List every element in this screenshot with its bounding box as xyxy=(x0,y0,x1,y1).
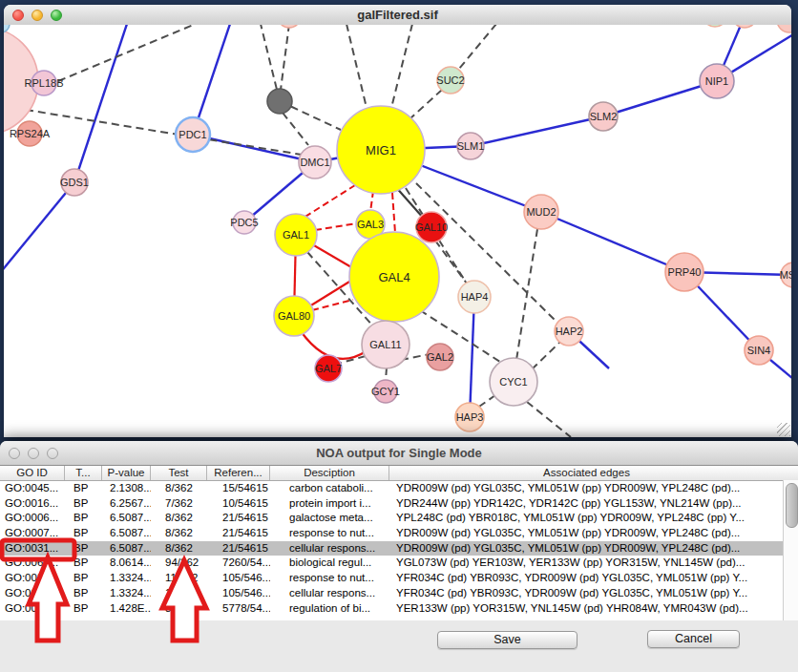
table-cell: cellular respons... xyxy=(270,586,389,601)
node-PDC5[interactable] xyxy=(233,211,256,234)
table-cell: 21/54615 xyxy=(207,526,270,541)
graph-edge xyxy=(301,331,368,359)
node-GDS1[interactable] xyxy=(61,169,88,196)
table-cell: BP xyxy=(65,481,102,496)
node-gray-node[interactable] xyxy=(267,89,292,114)
table-cell: 6.5087... xyxy=(102,541,151,556)
node-GAL4[interactable] xyxy=(349,232,439,322)
noa-titlebar[interactable]: NOA output for Single Mode xyxy=(0,441,798,466)
table-cell: carbon cataboli... xyxy=(270,481,389,496)
graph-edge xyxy=(283,113,308,145)
table-row[interactable]: GO:0016...BP6.2567...7/36210/54615protei… xyxy=(0,496,798,512)
table-cell: 1.428E... xyxy=(102,601,151,617)
table-cell: YGL073W (pd) YER103W, YER133W (pp) YOR31… xyxy=(389,556,784,571)
table-row[interactable]: GO:0065...BP8.0614...94/3627260/54...bio… xyxy=(0,556,798,571)
node-MIG1[interactable] xyxy=(337,106,425,194)
column-header-desciption[interactable]: Desciption xyxy=(270,466,389,480)
table-cell: 10/54615 xyxy=(207,496,270,512)
resize-grip[interactable] xyxy=(777,423,790,436)
graph-edge xyxy=(516,229,537,360)
graph-edge xyxy=(410,90,442,118)
column-header-t-[interactable]: T... xyxy=(65,466,102,480)
node-RPL18B[interactable] xyxy=(32,71,56,95)
table-cell: 6.5087... xyxy=(102,526,151,541)
node-DMC1[interactable] xyxy=(299,146,331,178)
node-MSL5[interactable] xyxy=(781,262,791,287)
node-SLM1[interactable] xyxy=(457,133,484,159)
node-SLM2[interactable] xyxy=(589,102,618,131)
graph-edge xyxy=(527,402,571,437)
table-row[interactable]: GO:0031...BP6.5087...8/36221/54615cellul… xyxy=(0,541,798,556)
node-MUD2[interactable] xyxy=(524,195,558,229)
save-button[interactable]: Save xyxy=(437,631,578,649)
table-cell: GO:0065... xyxy=(0,556,65,571)
node-top-pink[interactable] xyxy=(278,25,301,28)
table-cell: 105/546... xyxy=(207,571,270,586)
table-cell: BP xyxy=(65,556,102,571)
node-GAL80[interactable] xyxy=(274,296,314,336)
node-GCY1[interactable] xyxy=(374,380,397,403)
node-top-right-pink[interactable] xyxy=(777,25,791,32)
vertical-scrollbar[interactable] xyxy=(783,480,798,620)
column-header-p-value[interactable]: P-value xyxy=(102,466,151,480)
column-header-test[interactable]: Test xyxy=(151,466,207,480)
cancel-button[interactable]: Cancel xyxy=(647,630,740,648)
results-table: GO IDT...P-valueTestReferen...Desciption… xyxy=(0,466,798,621)
column-header-associated-edges[interactable]: Associated edges xyxy=(389,466,784,480)
table-cell: YDR009W (pd) YGL035C, YML051W (pp) YDR00… xyxy=(389,481,784,496)
node-HAP4[interactable] xyxy=(458,281,491,313)
table-header: GO IDT...P-valueTestReferen...Desciption… xyxy=(0,466,798,481)
table-row[interactable]: GO:0007...BP6.5087...8/36221/54615respon… xyxy=(0,526,798,541)
scrollbar-thumb[interactable] xyxy=(786,483,798,528)
node-GAL1[interactable] xyxy=(275,214,317,256)
table-cell: YDR009W (pd) YGL035C, YML051W (pp) YDR00… xyxy=(389,526,784,541)
node-NIP1[interactable] xyxy=(700,64,734,98)
node-PRP40[interactable] xyxy=(665,253,704,291)
table-row[interactable]: GO:0050...BP1.428E...80/3625778/54...reg… xyxy=(0,601,798,617)
table-cell: YDR009W (pd) YGL035C, YML051W (pp) YDR00… xyxy=(389,541,784,556)
table-cell: 8.0614... xyxy=(102,556,151,571)
table-cell: 8/362 xyxy=(151,511,207,526)
table-cell: YER133W (pp) YOR315W, YNL145W (pd) YHR08… xyxy=(389,601,784,617)
table-cell: 2.1308... xyxy=(102,481,151,496)
table-row[interactable]: GO:0045...BP2.1308...8/36215/54615carbon… xyxy=(0,481,798,496)
table-row[interactable]: GO:0031...BP1.3324...11/362105/546...cel… xyxy=(0,586,798,601)
node-GAL10[interactable] xyxy=(416,212,447,242)
table-cell: YFR034C (pd) YBR093C, YDR009W (pd) YGL03… xyxy=(389,586,784,601)
node-SIN4[interactable] xyxy=(745,336,773,365)
table-cell: 11/362 xyxy=(151,571,207,586)
node-corner-blue[interactable] xyxy=(4,25,10,32)
table-cell: GO:0031... xyxy=(0,571,65,586)
node-SUC2[interactable] xyxy=(437,67,464,94)
node-GAL11[interactable] xyxy=(362,321,410,368)
table-cell: BP xyxy=(65,511,102,526)
table-body: GO:0045...BP2.1308...8/36215/54615carbon… xyxy=(0,481,798,616)
graph-edge xyxy=(4,182,74,273)
table-row[interactable]: GO:0031...BP1.3324...11/362105/546...res… xyxy=(0,571,798,586)
network-canvas[interactable]: RPL18BRPS24AGDS1PDC1DMC1MIG1SUC2SLM1SLM2… xyxy=(4,25,791,437)
table-cell: 21/54615 xyxy=(207,541,270,556)
node-PDC1[interactable] xyxy=(176,117,210,152)
table-row[interactable]: GO:0006...BP6.5087...8/36221/54615galact… xyxy=(0,511,798,526)
node-CYC1[interactable] xyxy=(490,358,537,406)
node-RPS24A[interactable] xyxy=(17,121,42,146)
noa-window-title: NOA output for Single Mode xyxy=(0,446,798,460)
column-header-referen-[interactable]: Referen... xyxy=(207,466,270,480)
table-cell: YFR034C (pd) YBR093C, YDR009W (pd) YGL03… xyxy=(389,571,784,586)
table-cell: 1.3324... xyxy=(102,586,151,601)
graph-edge xyxy=(281,25,289,90)
graph-edge xyxy=(459,25,496,69)
node-HAP2[interactable] xyxy=(555,317,583,346)
table-cell: 105/546... xyxy=(207,586,270,601)
node-top-green[interactable] xyxy=(703,25,727,27)
graph-edge xyxy=(532,341,561,369)
node-top-nip-peach[interactable] xyxy=(732,25,757,28)
node-GAL7[interactable] xyxy=(315,355,342,382)
network-titlebar[interactable]: galFiltered.sif xyxy=(4,5,791,26)
column-header-go-id[interactable]: GO ID xyxy=(0,466,65,480)
node-GAL2[interactable] xyxy=(427,344,453,370)
table-cell: 5778/54... xyxy=(207,601,270,617)
node-HAP3[interactable] xyxy=(455,403,484,431)
table-cell: 6.2567... xyxy=(102,496,151,512)
graph-edge xyxy=(470,297,474,417)
